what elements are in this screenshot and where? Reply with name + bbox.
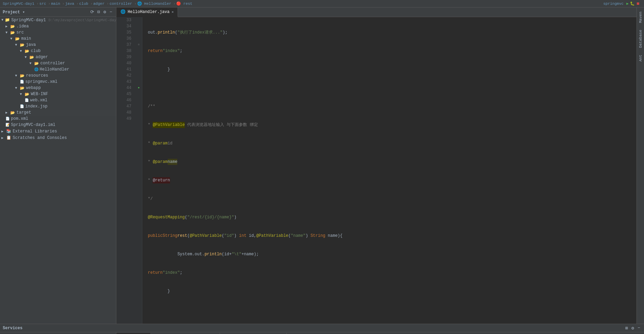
settings-icon[interactable]: ⚙ <box>102 9 107 15</box>
tree-item-controller[interactable]: ▼ 📂 controller <box>0 60 116 66</box>
expand-arrow: ▼ <box>15 86 18 90</box>
line-number: 38 <box>118 48 134 54</box>
line-number: 48 <box>118 110 134 116</box>
java-file-icon: 🌐 <box>34 67 38 72</box>
fold-icon[interactable]: ≡ <box>138 43 140 47</box>
breadcrumb-item[interactable]: main <box>51 2 60 6</box>
project-sidebar: Project ▾ ⟳ ⊟ ⚙ − ▼ 📁 SpringMVC-day1 D:\… <box>0 8 116 324</box>
code-line-44: public String rest(@PathVariable("id") i… <box>148 233 636 239</box>
editor-content[interactable]: 33 34 35 36 37 38 39 40 41 42 43 44 45 4… <box>116 17 636 324</box>
tree-item-hellohandler[interactable]: 🌐 HelloHandler <box>0 66 116 73</box>
expand-arrow: ▶ <box>5 111 9 115</box>
tree-item-scratches[interactable]: ▶ 📋 Scratches and Consoles <box>0 134 116 141</box>
expand-arrow: ▼ <box>5 31 9 35</box>
tree-item-web-xml[interactable]: 📄 web.xml <box>0 97 116 103</box>
minimize-icon[interactable]: − <box>108 9 113 15</box>
code-line-40: * @param name <box>148 159 636 165</box>
sync-icon[interactable]: ⟳ <box>89 9 95 15</box>
tree-item-springmvc-iml[interactable]: 📝 SpringMVC-day1.iml <box>0 122 116 128</box>
tree-label: java <box>26 42 36 47</box>
expand-arrow: ▶ <box>5 24 9 28</box>
code-content[interactable]: out.println("执行了index请求..."); return "in… <box>142 17 636 324</box>
services-header: Services ⊞ ⚙ − <box>0 324 644 332</box>
collapse-icon[interactable]: ⊟ <box>96 9 101 15</box>
tree-item-main[interactable]: ▼ 📂 main <box>0 36 116 42</box>
tree-item-springmvc-day1[interactable]: ▼ 📁 SpringMVC-day1 D:\myJavaproject\Spri… <box>0 17 116 23</box>
maven-panel-icon[interactable]: Maven <box>638 9 643 26</box>
tab-label: HelloHandler.java <box>128 10 169 14</box>
tree-label: .idea <box>16 24 29 29</box>
breakpoint-icon[interactable]: ● <box>138 86 140 90</box>
folder-icon: 📂 <box>20 86 25 90</box>
tree-label: adger <box>36 55 48 60</box>
breadcrumb-separator: › <box>62 2 65 6</box>
breadcrumb-item[interactable]: adger <box>93 2 105 6</box>
code-line-46: return "index"; <box>148 270 636 276</box>
xml-file-icon: 📄 <box>5 117 10 121</box>
tree-item-springmvc-xml[interactable]: 📄 springmvc.xml <box>0 79 116 85</box>
run-button[interactable]: ▶ <box>626 1 629 6</box>
code-line-39: * @param id <box>148 140 636 146</box>
breadcrumb-item[interactable]: SpringMVC-day1 <box>3 2 34 6</box>
folder-icon: 📂 <box>34 61 39 66</box>
breadcrumb-item[interactable]: java <box>65 2 74 6</box>
bottom-panel: Services ⊞ ⚙ − ↕ ⊟ ⊞ ▼ 📌 + ▼ 🐱 Tomcat Se… <box>0 324 644 334</box>
code-line-41: * @return <box>148 177 636 183</box>
breadcrumb-item[interactable]: 🌐 HelloHandler <box>137 1 171 6</box>
stop-button[interactable]: ⏹ <box>636 1 640 6</box>
tree-label: External Libraries <box>13 129 57 134</box>
tree-item-java[interactable]: ▼ 📂 java <box>0 42 116 48</box>
gutter-icons: ≡ ● <box>136 17 142 324</box>
breadcrumb-item[interactable]: 🔴 rest <box>176 1 192 6</box>
log-panel: 🐱 Server ✕ 🐱 Tomcat Localhost Log ✕ 🐱 To… <box>116 332 644 334</box>
tree-label: pom.xml <box>11 116 28 121</box>
folder-icon: 📂 <box>20 74 25 78</box>
code-line-47: } <box>148 288 636 294</box>
expand-arrow: ▶ <box>1 136 5 140</box>
tree-item-pom-xml[interactable]: 📄 pom.xml <box>0 116 116 122</box>
tree-item-src[interactable]: ▼ 📂 src <box>0 29 116 36</box>
settings-icon[interactable]: ⚙ <box>630 325 635 331</box>
tree-item-index-jsp[interactable]: 📄 index.jsp <box>0 103 116 110</box>
code-line-36 <box>148 85 636 91</box>
folder-icon: 📂 <box>29 55 34 60</box>
tab-hellohandler[interactable]: 🌐 HelloHandler.java ✕ <box>116 8 178 17</box>
minimize-services-icon[interactable]: − <box>636 325 641 331</box>
tree-item-web-inf[interactable]: ▼ 📂 WEB-INF <box>0 91 116 97</box>
database-panel-icon[interactable]: Database <box>638 27 643 51</box>
line-number: 41 <box>118 66 134 73</box>
project-label: Project ▾ <box>3 10 25 15</box>
folder-icon: 📂 <box>25 92 29 97</box>
tree-label: WEB-INF <box>31 92 48 97</box>
tree-item-resources[interactable]: ▼ 📂 resources <box>0 73 116 79</box>
tree-item-adger[interactable]: ▼ 📂 adger <box>0 54 116 60</box>
debug-button[interactable]: 🐛 <box>630 1 635 6</box>
expand-icon[interactable]: ⊞ <box>624 325 629 331</box>
breadcrumb-item[interactable]: controller <box>110 2 132 6</box>
expand-arrow: ▼ <box>15 74 18 78</box>
tree-label: SpringMVC-day1 <box>11 18 46 23</box>
breadcrumb-separator: › <box>90 2 93 6</box>
tab-close-button[interactable]: ✕ <box>171 10 173 14</box>
tree-item-club[interactable]: ▼ 📂 club <box>0 48 116 54</box>
jsp-file-icon: 📄 <box>20 104 24 108</box>
line-number: 46 <box>118 97 134 103</box>
breadcrumb-item[interactable]: src <box>39 2 46 6</box>
breadcrumb-item[interactable]: club <box>79 2 88 6</box>
tree-label: webapp <box>26 86 41 90</box>
ant-panel-icon[interactable]: Ant <box>638 52 643 64</box>
code-line-45: System.out.println(id+"\t"+name); <box>148 251 636 257</box>
tree-item-webapp[interactable]: ▼ 📂 webapp <box>0 85 116 91</box>
code-line-34: return "index"; <box>148 48 636 54</box>
main-layout: Project ▾ ⟳ ⊟ ⚙ − ▼ 📁 SpringMVC-day1 D:\… <box>0 8 644 324</box>
sidebar-header: Project ▾ ⟳ ⊟ ⚙ − <box>0 8 116 17</box>
expand-arrow: ▼ <box>25 55 28 59</box>
editor-panel: 🌐 HelloHandler.java ✕ 33 34 35 36 37 38 … <box>116 8 636 324</box>
folder-icon: 📂 <box>10 24 15 29</box>
line-number: 40 <box>118 60 134 66</box>
expand-arrow: ▼ <box>20 92 23 96</box>
tree-item-target[interactable]: ▶ 📂 target <box>0 110 116 116</box>
breadcrumb-separator: › <box>107 2 109 6</box>
tree-item-idea[interactable]: ▶ 📂 .idea <box>0 23 116 29</box>
tree-item-external-libraries[interactable]: ▶ 📚 External Libraries <box>0 128 116 134</box>
